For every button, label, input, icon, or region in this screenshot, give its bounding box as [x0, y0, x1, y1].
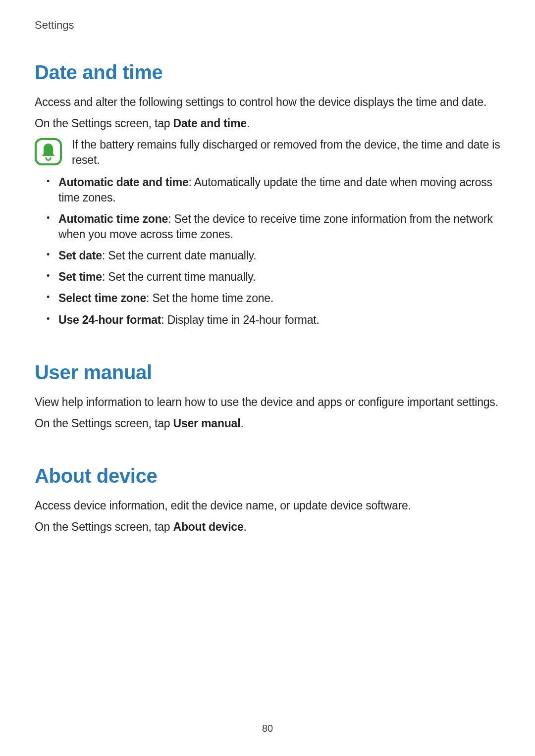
- bullet-bold: Automatic time zone: [58, 212, 168, 225]
- bullet-item: Set date: Set the current date manually.: [45, 248, 500, 263]
- date-time-nav-bold: Date and time: [173, 117, 247, 130]
- bullet-bold: Automatic date and time: [58, 176, 189, 189]
- heading-about-device: About device: [35, 465, 500, 487]
- bullet-bold: Set date: [58, 249, 102, 262]
- about-device-intro: Access device information, edit the devi…: [35, 498, 500, 513]
- note-row: If the battery remains fully discharged …: [35, 137, 500, 168]
- page-number: 80: [0, 723, 535, 734]
- about-device-nav-prefix: On the Settings screen, tap: [35, 520, 173, 533]
- bullet-bold: Select time zone: [58, 292, 146, 304]
- bullet-rest: : Display time in 24-hour format.: [161, 313, 319, 326]
- date-time-intro: Access and alter the following settings …: [35, 95, 500, 110]
- user-manual-nav-bold: User manual: [173, 417, 241, 430]
- bullet-item: Automatic date and time: Automatically u…: [45, 175, 500, 205]
- bullet-item: Automatic time zone: Set the device to r…: [45, 211, 500, 242]
- user-manual-intro: View help information to learn how to us…: [35, 395, 500, 410]
- running-header: Settings: [35, 19, 500, 32]
- note-text: If the battery remains fully discharged …: [72, 137, 500, 168]
- page: Settings Date and time Access and alter …: [0, 0, 535, 756]
- date-time-nav-prefix: On the Settings screen, tap: [35, 117, 173, 130]
- date-time-bullets: Automatic date and time: Automatically u…: [45, 175, 500, 327]
- user-manual-nav-suffix: .: [240, 417, 243, 430]
- bullet-bold: Set time: [58, 270, 102, 283]
- bullet-item: Select time zone: Set the home time zone…: [45, 291, 500, 306]
- date-time-nav-line: On the Settings screen, tap Date and tim…: [35, 116, 500, 131]
- date-time-nav-suffix: .: [247, 117, 250, 130]
- user-manual-nav-line: On the Settings screen, tap User manual.: [35, 416, 500, 431]
- bullet-rest: : Set the home time zone.: [146, 292, 273, 304]
- bullet-rest: : Set the current time manually.: [102, 270, 256, 283]
- bullet-rest: : Set the current date manually.: [102, 249, 257, 262]
- bullet-item: Use 24-hour format: Display time in 24-h…: [45, 312, 500, 328]
- heading-date-and-time: Date and time: [35, 61, 500, 84]
- bullet-bold: Use 24-hour format: [58, 313, 161, 326]
- about-device-nav-line: On the Settings screen, tap About device…: [35, 519, 500, 535]
- heading-user-manual: User manual: [35, 361, 500, 384]
- bullet-item: Set time: Set the current time manually.: [45, 269, 500, 285]
- user-manual-nav-prefix: On the Settings screen, tap: [35, 417, 173, 430]
- about-device-nav-suffix: .: [244, 520, 247, 533]
- bell-icon: [35, 138, 62, 165]
- about-device-nav-bold: About device: [173, 520, 244, 533]
